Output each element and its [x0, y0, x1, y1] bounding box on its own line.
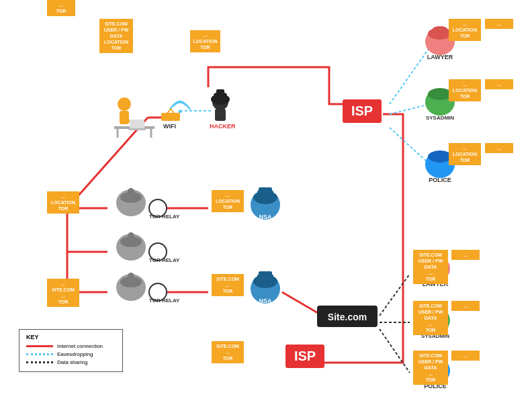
info-box-location-top: ...LOCATIONTOR	[190, 30, 220, 52]
key-data-sharing: Data sharing	[26, 359, 116, 365]
info-box-bottom-2b: ...	[451, 301, 480, 311]
tor-relay-label-1: TOR RELAY	[149, 214, 179, 220]
info-box-nsa-1: ...LOCATIONTOR	[212, 190, 244, 212]
svg-line-3	[390, 128, 430, 165]
svg-point-54	[433, 26, 447, 32]
svg-text:SYSADMIN: SYSADMIN	[426, 115, 454, 121]
svg-text:NSA: NSA	[259, 214, 272, 220]
svg-rect-26	[128, 128, 146, 130]
svg-point-10	[179, 110, 182, 113]
svg-point-45	[128, 188, 134, 195]
wifi-label: WIFI	[163, 123, 176, 130]
svg-text:NSA: NSA	[259, 298, 272, 304]
svg-rect-18	[216, 89, 224, 96]
key-internet-connection: Internet connection	[26, 343, 116, 349]
svg-text:LAWYER: LAWYER	[427, 54, 453, 60]
info-box-isp-right-3b: ...	[485, 143, 513, 153]
svg-point-48	[128, 232, 134, 239]
info-box-relay-1: ...LOCATIONTOR	[47, 191, 79, 214]
info-box-bottom-2a: SITE.COMUSER / PWDATA...TOR	[413, 301, 448, 335]
svg-rect-36	[259, 187, 272, 193]
info-box-bottom-1b: ...	[451, 250, 480, 260]
svg-line-1	[390, 47, 430, 104]
svg-rect-41	[259, 271, 272, 277]
tor-relay-label-2: TOR RELAY	[149, 257, 179, 263]
svg-rect-15	[215, 109, 226, 121]
svg-line-2	[390, 104, 430, 114]
key-title: KEY	[26, 334, 116, 340]
tor-relay-label-3: TOR RELAY	[149, 298, 179, 304]
info-box-isp-right-2b: ...	[485, 79, 513, 89]
svg-line-4	[380, 274, 410, 316]
info-box-relay-3: ...SITE.COM...TOR	[47, 279, 79, 307]
info-box-user-data: SITE.COMUSER / PWDATALOCATIONTOR	[99, 19, 133, 53]
svg-rect-25	[130, 120, 144, 129]
info-box-bottom-3b: ...	[451, 351, 480, 361]
svg-point-51	[128, 273, 134, 279]
info-box-bottom-1a: SITE.COMUSER / PWDATA...TOR	[413, 250, 448, 284]
svg-point-19	[118, 97, 131, 111]
info-box-nsa-2: SITE.COM...TOR	[212, 274, 244, 296]
info-box-isp-right-1a: ...LOCATIONTOR	[449, 19, 481, 41]
info-box-isp-bottom: SITE.COM...TOR	[212, 341, 244, 363]
info-box-isp-right-1b: ...	[485, 19, 513, 29]
svg-rect-11	[161, 113, 180, 121]
info-box-isp-right-3a: ...LOCATIONTOR	[449, 143, 481, 165]
svg-line-6	[380, 329, 410, 373]
key-eavesdropping: Eavesdropping	[26, 351, 116, 357]
info-box-isp-right-2a: ...LOCATIONTOR	[449, 79, 481, 101]
info-box-relay-2: ...TOR	[47, 0, 75, 16]
svg-text:ISP: ISP	[294, 349, 316, 363]
key-box: KEY Internet connection Eavesdropping Da…	[19, 329, 123, 372]
svg-text:ISP: ISP	[351, 103, 373, 118]
svg-text:POLICE: POLICE	[429, 177, 451, 183]
svg-text:Site.com: Site.com	[328, 312, 367, 322]
info-box-bottom-3a: SITE.COMUSER / PWDATA...TOR	[413, 351, 448, 385]
hacker-label: HACKER	[210, 123, 236, 130]
